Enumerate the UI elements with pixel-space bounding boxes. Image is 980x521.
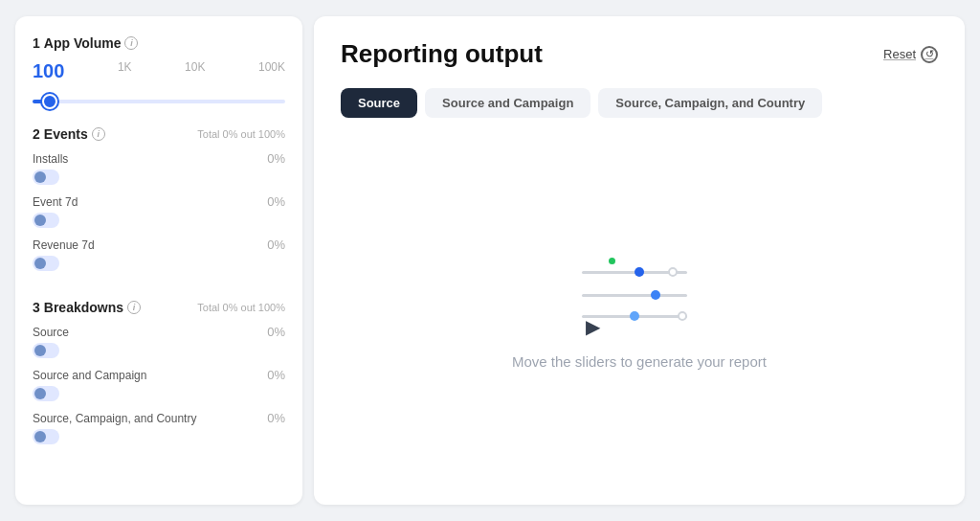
breakdown-item-source-campaign: Source and Campaign 0% <box>33 368 285 401</box>
event-row-revenue7d: Revenue 7d 0% <box>33 238 285 252</box>
event-pct-revenue7d: 0% <box>267 238 285 252</box>
empty-state: ▶ Move the sliders to generate your repo… <box>341 137 938 482</box>
accent-dot <box>609 258 615 264</box>
events-header: 2 Events i Total 0% out 100% <box>33 126 285 142</box>
breakdowns-title: 3 Breakdowns i <box>33 300 141 315</box>
events-total: Total 0% out 100% <box>197 128 285 140</box>
app-volume-title: 1 App Volume i <box>33 35 285 51</box>
slider-val-100k: 100K <box>258 60 285 82</box>
breakdowns-header: 3 Breakdowns i Total 0% out 100% <box>33 300 285 315</box>
toggle-knob-source-campaign <box>34 388 46 399</box>
section3-number: 3 <box>33 300 40 315</box>
ill-line-2 <box>582 294 687 297</box>
report-tabs: Source Source and Campaign Source, Campa… <box>341 88 938 118</box>
toggle-knob-source <box>34 345 46 356</box>
breakdown-name-source: Source <box>33 326 69 339</box>
reset-button[interactable]: Reset ↺ <box>883 46 938 63</box>
event-item-revenue7d: Revenue 7d 0% <box>33 238 285 271</box>
app-volume-section: 1 App Volume i 100 1K 10K 100K <box>33 35 285 107</box>
app-volume-info-icon[interactable]: i <box>124 36 138 50</box>
event-name-installs: Installs <box>33 152 68 166</box>
breakdown-item-source-campaign-country: Source, Campaign, and Country 0% <box>33 411 285 444</box>
events-info-icon[interactable]: i <box>92 127 105 141</box>
breakdowns-info-icon[interactable]: i <box>127 301 141 314</box>
event-row-installs: Installs 0% <box>33 151 285 166</box>
ill-dot-3 <box>630 311 639 321</box>
events-list: Installs 0% Event 7d 0% <box>33 151 285 271</box>
ill-dot-2 <box>651 290 660 300</box>
events-label: Events <box>44 126 88 142</box>
events-section: 2 Events i Total 0% out 100% Installs 0% <box>33 126 285 281</box>
breakdown-toggle-source-campaign[interactable] <box>33 386 59 401</box>
app-volume-slider[interactable] <box>33 100 285 103</box>
slider-labels: 100 1K 10K 100K <box>33 60 285 82</box>
tab-source-campaign-country[interactable]: Source, Campaign, and Country <box>598 88 822 118</box>
breakdown-name-source-campaign: Source and Campaign <box>33 369 146 382</box>
right-panel: Reporting output Reset ↺ Source Source a… <box>314 16 965 505</box>
section1-number: 1 <box>33 35 40 51</box>
breakdown-pct-source-campaign-country: 0% <box>267 411 285 425</box>
breakdown-toggle-source[interactable] <box>33 343 59 358</box>
event-pct-event7d: 0% <box>267 194 285 209</box>
event-item-installs: Installs 0% <box>33 151 285 185</box>
toggle-knob-source-campaign-country <box>34 431 46 442</box>
slider-val-1k: 1K <box>118 60 132 82</box>
breakdown-toggle-source-campaign-country[interactable] <box>33 429 59 444</box>
breakdown-name-source-campaign-country: Source, Campaign, and Country <box>33 412 196 425</box>
breakdown-item-source: Source 0% <box>33 325 285 358</box>
breakdowns-list: Source 0% Source and Campaign 0% <box>33 325 285 444</box>
breakdowns-section: 3 Breakdowns i Total 0% out 100% Source … <box>33 300 285 454</box>
left-panel: 1 App Volume i 100 1K 10K 100K 2 Events … <box>15 16 302 505</box>
event-row-event7d: Event 7d 0% <box>33 194 285 209</box>
toggle-knob-revenue7d <box>34 258 46 269</box>
event-item-event7d: Event 7d 0% <box>33 194 285 228</box>
breakdown-pct-source: 0% <box>267 325 285 339</box>
breakdowns-total: Total 0% out 100% <box>197 302 285 313</box>
empty-state-text: Move the sliders to generate your report <box>512 353 767 370</box>
event-name-revenue7d: Revenue 7d <box>33 238 95 252</box>
slider-illustration: ▶ <box>582 250 697 336</box>
event-name-event7d: Event 7d <box>33 195 78 209</box>
reset-label: Reset <box>883 47 916 61</box>
slider-val-100: 100 <box>33 60 64 82</box>
cursor-icon: ▶ <box>586 317 600 336</box>
breakdown-pct-source-campaign: 0% <box>267 368 285 382</box>
ill-dot-outline-1 <box>668 267 678 277</box>
event-toggle-installs[interactable] <box>33 170 59 185</box>
tab-source-campaign[interactable]: Source and Campaign <box>425 88 590 118</box>
report-header: Reporting output Reset ↺ <box>341 39 938 69</box>
breakdown-row-source: Source 0% <box>33 325 285 339</box>
app-volume-label: App Volume <box>44 35 122 51</box>
event-toggle-revenue7d[interactable] <box>33 256 59 271</box>
reset-icon: ↺ <box>921 46 938 63</box>
breakdown-row-source-campaign-country: Source, Campaign, and Country 0% <box>33 411 285 425</box>
main-container: 1 App Volume i 100 1K 10K 100K 2 Events … <box>15 16 965 505</box>
tab-source[interactable]: Source <box>341 88 417 118</box>
breakdown-row-source-campaign: Source and Campaign 0% <box>33 368 285 382</box>
ill-dot-1 <box>635 267 644 277</box>
section2-number: 2 <box>33 126 40 142</box>
toggle-knob-installs <box>34 171 46 183</box>
events-title: 2 Events i <box>33 126 105 142</box>
event-toggle-event7d[interactable] <box>33 213 59 228</box>
breakdowns-label: Breakdowns <box>44 300 123 315</box>
ill-dot-outline-2 <box>678 311 687 321</box>
report-title: Reporting output <box>341 39 543 69</box>
event-pct-installs: 0% <box>267 151 285 166</box>
slider-val-10k: 10K <box>185 60 205 82</box>
toggle-knob-event7d <box>34 215 46 226</box>
